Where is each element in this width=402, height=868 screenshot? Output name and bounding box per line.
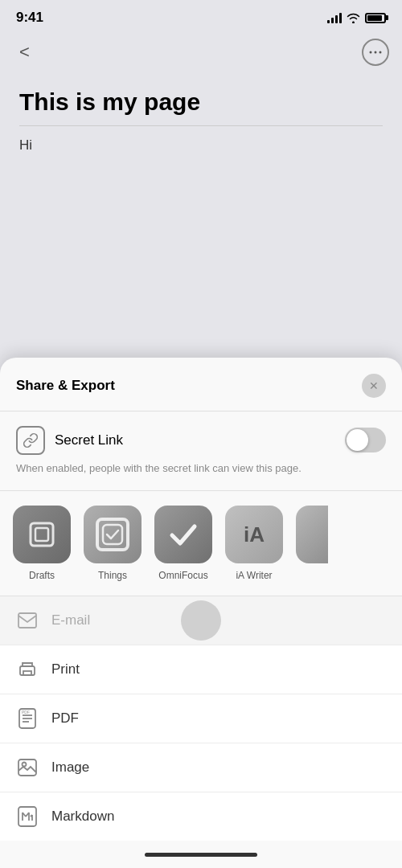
options-list: E-mail Print PDF <box>0 596 402 841</box>
svg-rect-3 <box>31 523 53 546</box>
status-time: 9:41 <box>16 10 43 26</box>
ia-writer-icon: iA <box>225 506 283 563</box>
wifi-icon <box>347 13 360 23</box>
svg-point-15 <box>23 763 27 767</box>
svg-rect-4 <box>35 528 48 541</box>
print-label: Print <box>51 661 80 678</box>
share-title: Share & Export <box>16 378 115 394</box>
home-indicator <box>0 841 402 868</box>
image-option[interactable]: Image <box>0 743 402 792</box>
svg-point-2 <box>379 51 382 54</box>
secret-link-row: Secret Link <box>16 426 386 455</box>
svg-rect-16 <box>18 807 36 826</box>
battery-icon <box>365 13 386 23</box>
markdown-option[interactable]: Markdown <box>0 792 402 841</box>
share-sheet: Share & Export ✕ Secret Link When enable… <box>0 358 402 868</box>
signal-icon <box>327 12 342 23</box>
secret-link-description: When enabled, people with the secret lin… <box>16 461 386 476</box>
app-item-omnifocus[interactable]: OmniFocus <box>154 506 212 581</box>
app-item-things[interactable]: Things <box>84 506 142 581</box>
svg-text:PDF: PDF <box>22 710 30 714</box>
things-icon <box>84 506 142 563</box>
svg-rect-6 <box>18 613 36 628</box>
more-apps-icon <box>296 506 328 563</box>
ripple <box>181 600 221 641</box>
apps-row: Drafts Things <box>13 506 402 581</box>
markdown-icon <box>16 805 39 828</box>
more-button[interactable] <box>362 39 389 66</box>
app-item-more[interactable] <box>296 506 328 581</box>
email-option[interactable]: E-mail <box>0 596 402 645</box>
apps-section: Drafts Things <box>0 491 402 596</box>
secret-link-toggle[interactable] <box>345 428 386 452</box>
top-nav: < <box>0 32 402 76</box>
app-item-ia-writer[interactable]: iA iA Writer <box>225 506 283 581</box>
email-icon <box>16 609 39 632</box>
app-item-drafts[interactable]: Drafts <box>13 506 71 581</box>
back-button[interactable]: < <box>13 39 36 66</box>
svg-point-1 <box>375 51 377 54</box>
svg-rect-14 <box>18 760 36 776</box>
toggle-knob <box>347 429 368 451</box>
drafts-label: Drafts <box>29 570 55 581</box>
things-check-icon <box>96 518 129 551</box>
ia-writer-label: iA Writer <box>236 570 272 581</box>
secret-link-section: Secret Link When enabled, people with th… <box>0 411 402 491</box>
secret-link-label: Secret Link <box>55 432 123 448</box>
share-header: Share & Export ✕ <box>0 374 402 411</box>
close-button[interactable]: ✕ <box>362 374 386 398</box>
pdf-label: PDF <box>51 710 79 727</box>
svg-point-0 <box>370 51 372 54</box>
secret-link-left: Secret Link <box>16 426 123 455</box>
page-content: This is my page Hi <box>0 76 402 170</box>
image-icon <box>16 756 39 779</box>
omnifocus-icon <box>154 506 212 563</box>
home-bar <box>145 853 257 857</box>
pdf-option[interactable]: PDF PDF <box>0 694 402 743</box>
email-label: E-mail <box>51 612 90 628</box>
page-divider <box>19 125 383 126</box>
print-option[interactable]: Print <box>0 645 402 694</box>
print-icon <box>16 658 39 681</box>
omnifocus-label: OmniFocus <box>158 570 207 581</box>
page-title: This is my page <box>19 88 383 116</box>
drafts-icon <box>13 506 71 563</box>
things-label: Things <box>98 570 127 581</box>
ia-writer-text: iA <box>244 524 265 545</box>
pdf-icon: PDF <box>16 707 39 730</box>
markdown-label: Markdown <box>51 809 114 825</box>
svg-rect-5 <box>103 525 122 544</box>
page-body: Hi <box>19 137 383 154</box>
link-icon <box>16 426 45 455</box>
image-label: Image <box>51 760 89 776</box>
status-bar: 9:41 <box>0 0 402 32</box>
svg-rect-8 <box>23 671 31 675</box>
status-icons <box>327 12 386 23</box>
